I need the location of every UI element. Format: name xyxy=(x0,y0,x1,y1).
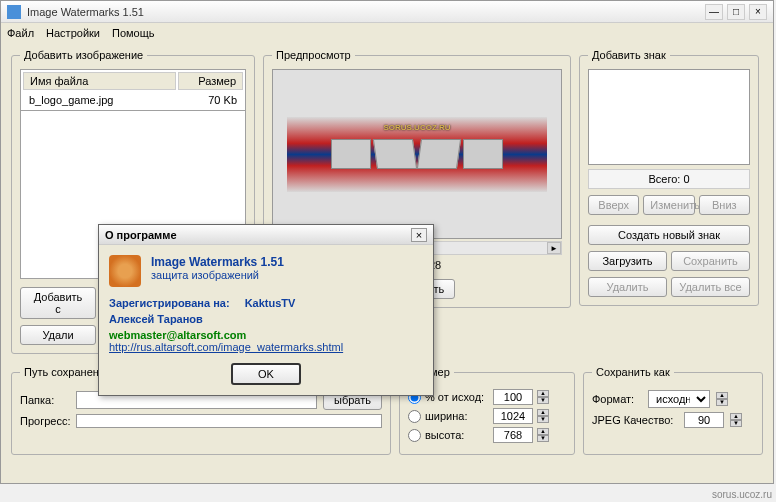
cell-filename: b_logo_game.jpg xyxy=(23,92,176,108)
pct-spinner[interactable]: ▲▼ xyxy=(537,390,549,404)
scroll-right-icon[interactable]: ► xyxy=(547,242,561,254)
preview-banner-text: SORUS.UCOZ.RU xyxy=(383,123,450,132)
preview-legend: Предпросмотр xyxy=(272,49,355,61)
progress-label: Прогресс: xyxy=(20,415,70,427)
preview-box: SORUS.UCOZ.RU xyxy=(272,69,562,239)
maximize-button[interactable]: □ xyxy=(727,4,745,20)
mark-down-button[interactable]: Вниз xyxy=(699,195,750,215)
about-titlebar: О программе × xyxy=(99,225,433,245)
add-image-button[interactable]: Добавить с xyxy=(20,287,96,319)
about-link[interactable]: http://rus.altarsoft.com/image_watermark… xyxy=(109,341,343,353)
add-mark-group: Добавить знак Всего: 0 Вверх Изменить Вн… xyxy=(579,49,759,306)
paw-icon xyxy=(109,255,141,287)
keyboard-graphic xyxy=(463,139,503,169)
size-height-label: высота: xyxy=(425,429,489,441)
size-width-label: ширина: xyxy=(425,410,489,422)
quality-label: JPEG Качество: xyxy=(592,414,678,426)
save-mark-button[interactable]: Сохранить xyxy=(671,251,750,271)
add-image-legend: Добавить изображение xyxy=(20,49,147,61)
keyboard-graphic xyxy=(373,139,417,169)
delete-all-marks-button[interactable]: Удалить все xyxy=(671,277,750,297)
about-subtitle: защита изображений xyxy=(151,269,284,281)
cell-filesize: 70 Kb xyxy=(178,92,243,108)
about-author: Алексей Таранов xyxy=(109,313,423,325)
quality-spinner[interactable]: ▲▼ xyxy=(730,413,742,427)
menu-help[interactable]: Помощь xyxy=(112,27,155,39)
delete-mark-button[interactable]: Удалить xyxy=(588,277,667,297)
delete-image-button[interactable]: Удали xyxy=(20,325,96,345)
progress-bar xyxy=(76,414,382,428)
about-app-name: Image Watermarks 1.51 xyxy=(151,255,284,269)
size-height-input[interactable] xyxy=(493,427,533,443)
size-width-radio[interactable] xyxy=(408,410,421,423)
col-filesize[interactable]: Размер xyxy=(178,72,243,90)
about-title: О программе xyxy=(105,229,411,241)
mark-total: Всего: 0 xyxy=(588,169,750,189)
about-dialog: О программе × Image Watermarks 1.51 защи… xyxy=(98,224,434,396)
about-close-button[interactable]: × xyxy=(411,228,427,242)
about-reg-value: KaktusTV xyxy=(245,297,296,309)
mark-preview xyxy=(588,69,750,165)
save-path-legend: Путь сохранен xyxy=(20,366,103,378)
titlebar: Image Watermarks 1.51 — □ × xyxy=(1,1,773,23)
format-spinner[interactable]: ▲▼ xyxy=(716,392,728,406)
preview-image: SORUS.UCOZ.RU xyxy=(287,117,547,192)
keyboard-graphic xyxy=(417,139,461,169)
menu-file[interactable]: Файл xyxy=(7,27,34,39)
size-pct-label: % от исход: xyxy=(425,391,489,403)
save-as-legend: Сохранить как xyxy=(592,366,674,378)
mark-up-button[interactable]: Вверх xyxy=(588,195,639,215)
about-email[interactable]: webmaster@altarsoft.com xyxy=(109,329,423,341)
col-filename[interactable]: Имя файла xyxy=(23,72,176,90)
height-spinner[interactable]: ▲▼ xyxy=(537,428,549,442)
load-mark-button[interactable]: Загрузить xyxy=(588,251,667,271)
menu-settings[interactable]: Настройки xyxy=(46,27,100,39)
close-button[interactable]: × xyxy=(749,4,767,20)
mark-edit-button[interactable]: Изменить xyxy=(643,195,694,215)
format-select[interactable]: исходн xyxy=(648,390,710,408)
size-height-radio[interactable] xyxy=(408,429,421,442)
window-title: Image Watermarks 1.51 xyxy=(27,6,705,18)
create-mark-button[interactable]: Создать новый знак xyxy=(588,225,750,245)
quality-input[interactable] xyxy=(684,412,724,428)
file-table[interactable]: Имя файла Размер b_logo_game.jpg 70 Kb xyxy=(20,69,246,111)
size-width-input[interactable] xyxy=(493,408,533,424)
add-mark-legend: Добавить знак xyxy=(588,49,670,61)
about-ok-button[interactable]: OK xyxy=(231,363,301,385)
minimize-button[interactable]: — xyxy=(705,4,723,20)
about-reg-label: Зарегистрирована на: xyxy=(109,297,230,309)
width-spinner[interactable]: ▲▼ xyxy=(537,409,549,423)
folder-label: Папка: xyxy=(20,394,70,406)
app-icon xyxy=(7,5,21,19)
keyboard-graphic xyxy=(331,139,371,169)
size-pct-input[interactable] xyxy=(493,389,533,405)
save-as-group: Сохранить как Формат: исходн ▲▼ JPEG Кач… xyxy=(583,366,763,455)
menubar: Файл Настройки Помощь xyxy=(1,23,773,43)
page-watermark: sorus.ucoz.ru xyxy=(712,489,772,500)
table-row[interactable]: b_logo_game.jpg 70 Kb xyxy=(23,92,243,108)
format-label: Формат: xyxy=(592,393,642,405)
